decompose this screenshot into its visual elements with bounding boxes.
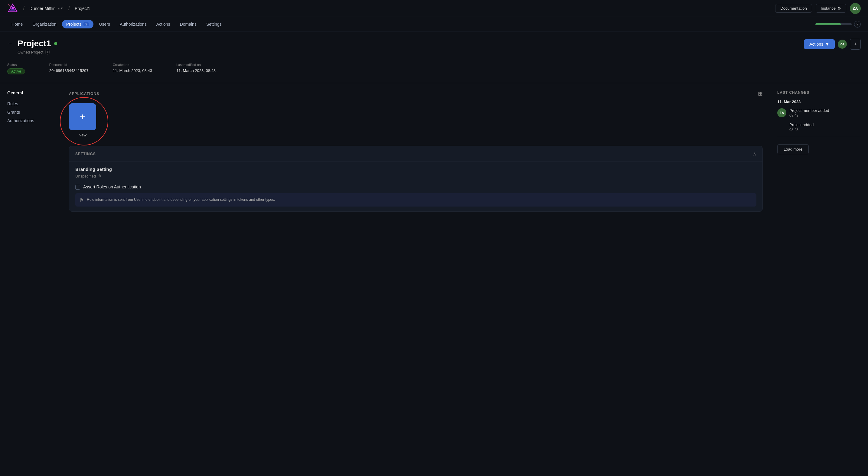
- settings-body: Branding Setting Unspecified ✎ Assert Ro…: [69, 161, 763, 212]
- settings-title: SETTINGS: [75, 152, 96, 156]
- created-on-label: Created on: [113, 63, 152, 66]
- info-icon[interactable]: i: [45, 50, 50, 55]
- change-content-1: Project added 08:43: [789, 123, 813, 132]
- owned-label: Owned Project i: [18, 50, 804, 55]
- project-info: Project1 Owned Project i: [18, 39, 804, 55]
- top-nav: / Dunder Mifflin ▲▼ / Project1 Documenta…: [0, 0, 868, 17]
- change-action-1: Project added: [789, 123, 813, 127]
- documentation-button[interactable]: Documentation: [775, 4, 812, 13]
- online-indicator: [54, 42, 57, 45]
- sidebar-item-grants[interactable]: Grants: [7, 108, 56, 117]
- project-name-nav: Project1: [75, 6, 90, 11]
- top-nav-right: Documentation Instance ⚙ ZA: [775, 3, 861, 14]
- change-time-1: 08:43: [789, 128, 813, 132]
- nav-organization[interactable]: Organization: [28, 20, 61, 28]
- change-content-0: Project member added 08:43: [789, 108, 829, 118]
- last-modified-item: Last modified on 11. March 2023, 08:43: [176, 63, 216, 74]
- collapse-button[interactable]: ∧: [753, 151, 756, 157]
- nav-projects-label: Projects: [66, 22, 82, 27]
- main-content: ← Project1 Owned Project i Actions ▼ ZA …: [0, 31, 868, 212]
- body-layout: General Roles Grants Authorizations APPL…: [7, 90, 861, 212]
- actions-label: Actions: [809, 42, 823, 46]
- resource-id-label: Resource Id: [49, 63, 89, 66]
- svg-point-2: [11, 7, 13, 9]
- status-label: Status: [7, 63, 25, 66]
- assert-roles-row: Assert Roles on Authentication: [75, 185, 756, 190]
- last-changes: LAST CHANGES 11. Mar 2023 ZA Project mem…: [770, 90, 861, 212]
- settings-header: SETTINGS ∧: [69, 146, 763, 161]
- changes-date: 11. Mar 2023: [777, 99, 861, 104]
- sidebar-item-authorizations[interactable]: Authorizations: [7, 117, 56, 125]
- help-button[interactable]: ?: [854, 21, 861, 28]
- owned-label-text: Owned Project: [18, 50, 43, 55]
- project-avatar[interactable]: ZA: [838, 40, 847, 49]
- created-on-value: 11. March 2023, 08:43: [113, 68, 152, 73]
- add-member-button[interactable]: +: [850, 39, 861, 50]
- project-title-row: Project1: [18, 39, 804, 49]
- gear-icon: ⚙: [837, 6, 841, 10]
- logo-icon: [7, 3, 18, 14]
- nav-sep-2: /: [68, 5, 70, 12]
- applications-label: APPLICATIONS: [69, 92, 99, 96]
- progress-bar: [815, 23, 852, 25]
- grid-icon[interactable]: ⊞: [758, 90, 763, 97]
- assert-roles-checkbox[interactable]: [75, 185, 80, 190]
- chevron-down-icon: ▼: [825, 42, 829, 46]
- created-on-item: Created on 11. March 2023, 08:43: [113, 63, 152, 74]
- resource-id-item: Resource Id 204696135443415297: [49, 63, 89, 74]
- change-avatar-0: ZA: [777, 108, 786, 117]
- instance-button[interactable]: Instance ⚙: [816, 4, 846, 13]
- sidebar-item-roles[interactable]: Roles: [7, 99, 56, 108]
- nav-settings[interactable]: Settings: [202, 20, 226, 28]
- nav-authorizations[interactable]: Authorizations: [116, 20, 151, 28]
- resource-id-value: 204696135443415297: [49, 68, 89, 73]
- change-item-1: Project added 08:43: [789, 123, 861, 132]
- app-area: APPLICATIONS ⊞ + New SETTINGS ∧ Branding…: [62, 90, 770, 212]
- nav-actions[interactable]: Actions: [152, 20, 175, 28]
- logo-area: [7, 3, 18, 14]
- settings-panel: SETTINGS ∧ Branding Setting Unspecified …: [69, 146, 763, 212]
- apps-grid: + New: [69, 103, 763, 137]
- nav-users[interactable]: Users: [95, 20, 114, 28]
- sidebar: General Roles Grants Authorizations: [7, 90, 62, 212]
- instance-label: Instance: [821, 6, 836, 10]
- assert-roles-label: Assert Roles on Authentication: [83, 185, 141, 189]
- branding-value-row: Unspecified ✎: [75, 173, 756, 179]
- back-button[interactable]: ←: [7, 40, 13, 46]
- branding-setting-label: Branding Setting: [75, 167, 756, 172]
- status-badge: Active: [7, 68, 25, 74]
- avatar[interactable]: ZA: [850, 3, 861, 14]
- projects-badge: 2: [83, 22, 89, 26]
- change-time-0: 08:43: [789, 114, 829, 118]
- applications-section: APPLICATIONS ⊞: [69, 90, 763, 97]
- status-row: Status Active Resource Id 20469613544341…: [7, 63, 861, 74]
- info-box-icon: ⚑: [80, 197, 84, 203]
- org-chevron-icon: ▲▼: [58, 7, 63, 10]
- org-selector[interactable]: Dunder Mifflin ▲▼: [30, 6, 63, 11]
- last-modified-label: Last modified on: [176, 63, 216, 66]
- progress-fill: [815, 23, 841, 25]
- status-item: Status Active: [7, 63, 25, 74]
- changes-divider: [777, 137, 861, 137]
- sidebar-section-title: General: [7, 90, 56, 95]
- project-title: Project1: [18, 39, 51, 49]
- section-divider: [0, 83, 868, 83]
- project-actions: Actions ▼ ZA +: [804, 39, 861, 50]
- nav-sep-1: /: [23, 5, 25, 12]
- nav-projects[interactable]: Projects 2: [62, 20, 94, 28]
- last-changes-title: LAST CHANGES: [777, 90, 861, 95]
- edit-icon[interactable]: ✎: [98, 173, 102, 179]
- load-more-button[interactable]: Load more: [777, 144, 809, 154]
- second-nav: Home Organization Projects 2 Users Autho…: [0, 17, 868, 31]
- branding-unspecified: Unspecified: [75, 174, 96, 179]
- new-app-label: New: [79, 133, 87, 137]
- org-name: Dunder Mifflin: [30, 6, 56, 11]
- svg-line-3: [8, 4, 11, 7]
- actions-button[interactable]: Actions ▼: [804, 39, 835, 49]
- progress-bar-area: ?: [815, 21, 861, 28]
- nav-domains[interactable]: Domains: [176, 20, 201, 28]
- new-app-button[interactable]: +: [69, 103, 96, 130]
- change-action-0: Project member added: [789, 108, 829, 113]
- nav-home[interactable]: Home: [7, 20, 27, 28]
- last-modified-value: 11. March 2023, 08:43: [176, 68, 216, 73]
